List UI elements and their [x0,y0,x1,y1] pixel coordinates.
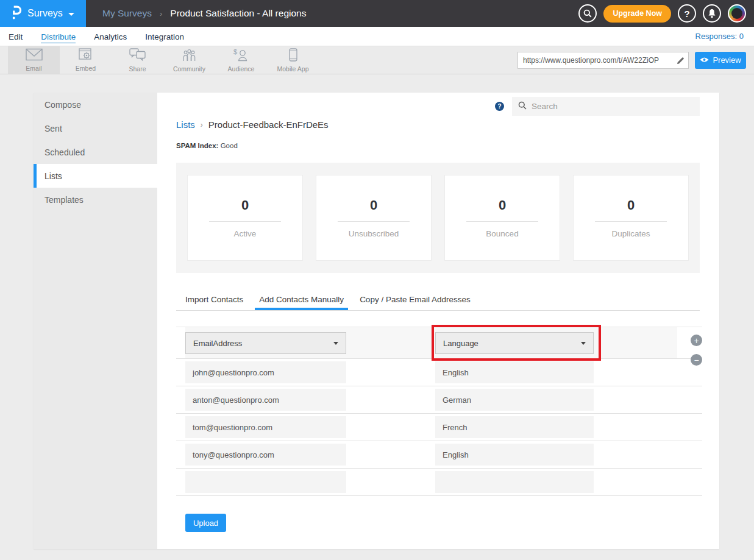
responses-count[interactable]: Responses: 0 [695,32,754,41]
share-bubbles-icon [129,48,146,64]
stat-label: Active [234,229,257,238]
spam-index: SPAM Index: Good [176,142,238,149]
tab-add-contacts-manually[interactable]: Add Contacts Manually [255,291,348,311]
divider [338,221,410,222]
toolbar-item-label: Share [129,65,146,73]
notifications-bell-icon[interactable] [703,4,721,23]
email-column-select[interactable]: EmailAddress [185,332,346,354]
tabs-divider [176,310,700,311]
contact-row [176,469,702,496]
product-menu-label: Surveys [27,8,63,19]
spam-index-label: SPAM Index: [176,142,218,149]
toolbar-right: Preview [517,46,754,74]
email-input[interactable]: anton@questionpro.com [185,389,346,411]
preview-label: Preview [713,55,741,65]
top-bar: Surveys My Surveys › Product Satisfactio… [0,0,754,27]
questionpro-logo-icon [10,4,22,23]
stat-value: 0 [370,197,377,213]
edit-url-pencil-icon[interactable] [677,56,685,67]
help-icon[interactable]: ? [495,102,504,111]
divider [466,221,538,222]
language-input[interactable] [435,471,594,493]
contact-row: tom@questionpro.com French [176,414,702,441]
stat-label: Unsubscribed [349,229,399,238]
sidebar-item-lists[interactable]: Lists [34,164,157,188]
product-menu[interactable]: Surveys [0,0,86,27]
divider [595,221,667,222]
topbar-actions: Upgrade Now ? [578,4,754,23]
chevron-down-icon [68,13,74,16]
remove-column-button[interactable]: − [691,354,702,366]
tab-integration[interactable]: Integration [145,32,184,41]
sidebar-item-scheduled[interactable]: Scheduled [34,140,157,164]
breadcrumb: My Surveys › Product Satisfaction - All … [102,8,306,19]
contact-row: tony@questionpro.com English [176,441,702,469]
toolbar-item-label: Email [26,65,41,72]
toolbar-item-share[interactable]: Share [112,46,163,74]
language-input[interactable]: English [435,361,594,383]
breadcrumb-separator-icon: › [160,9,162,18]
email-input[interactable]: tom@questionpro.com [185,416,346,438]
email-input[interactable]: john@questionpro.com [185,361,346,383]
email-input[interactable] [185,471,346,493]
embed-window-gear-icon [79,48,93,63]
email-input[interactable]: tony@questionpro.com [185,444,346,466]
tab-analytics[interactable]: Analytics [94,32,127,41]
toolbar-item-email[interactable]: Email [8,46,60,74]
stat-label: Bounced [486,229,518,238]
preview-button[interactable]: Preview [695,52,746,69]
stat-label: Duplicates [611,229,650,238]
language-input[interactable]: French [435,416,594,438]
tab-import-contacts[interactable]: Import Contacts [181,291,247,311]
chevron-down-icon [581,342,586,345]
language-input[interactable]: German [435,389,594,411]
help-icon[interactable]: ? [678,4,696,23]
breadcrumb-list-name: Product-Feedback-EnFrDeEs [208,119,329,130]
tab-edit[interactable]: Edit [9,32,23,41]
survey-url-wrap [517,52,689,69]
search-input[interactable] [532,102,694,111]
toolbar-item-label: Audience [228,65,255,73]
toolbar-item-mobile-app[interactable]: Mobile App [267,46,319,74]
distribute-toolbar: Email Embed Share Community $ Audience M… [0,46,754,74]
search-row: ? [495,97,700,116]
toolbar-item-label: Mobile App [277,65,309,73]
contacts-tabs: Import Contacts Add Contacts Manually Co… [176,291,700,311]
page-background: Compose Sent Scheduled Lists Templates ?… [0,74,754,560]
mobile-phone-icon [289,48,297,64]
tab-copy-paste-email-addresses[interactable]: Copy / Paste Email Addresses [355,291,475,311]
email-lists-panel: Compose Sent Scheduled Lists Templates ?… [34,93,719,549]
upload-button[interactable]: Upload [185,514,226,532]
spam-index-value: Good [221,142,238,149]
email-envelope-icon [26,48,43,63]
sidebar-item-sent[interactable]: Sent [34,116,157,140]
toolbar-item-community[interactable]: Community [163,46,215,74]
toolbar-item-embed[interactable]: Embed [60,46,112,74]
email-column-label: EmailAddress [193,339,242,348]
breadcrumb-survey-title: Product Satisfaction - All regions [170,8,306,19]
stat-card-active: 0 Active [187,175,303,261]
contact-row: john@questionpro.com English [176,359,702,386]
chevron-down-icon [333,342,338,345]
stat-card-unsubscribed: 0 Unsubscribed [316,175,432,261]
survey-url-input[interactable] [517,52,689,69]
add-column-button[interactable]: + [691,335,702,346]
svg-text:$: $ [233,48,237,55]
tab-distribute[interactable]: Distribute [41,32,76,43]
toolbar-item-audience[interactable]: $ Audience [215,46,267,74]
form-header-row: EmailAddress Language + − [176,327,702,359]
breadcrumb-lists-link[interactable]: Lists [176,119,195,130]
stat-card-bounced: 0 Bounced [444,175,560,261]
eye-icon [700,55,709,65]
sidebar-item-compose[interactable]: Compose [34,93,157,116]
language-column-select[interactable]: Language [435,332,594,354]
audience-dollar-person-icon: $ [233,48,249,64]
contact-row: anton@questionpro.com German [176,386,702,414]
language-input[interactable]: English [435,444,594,466]
avatar[interactable] [728,4,746,23]
search-icon[interactable] [578,4,597,23]
upgrade-now-button[interactable]: Upgrade Now [603,5,671,23]
breadcrumb-separator-icon: › [201,121,203,129]
sidebar-item-templates[interactable]: Templates [34,188,157,211]
breadcrumb-my-surveys[interactable]: My Surveys [102,8,152,19]
